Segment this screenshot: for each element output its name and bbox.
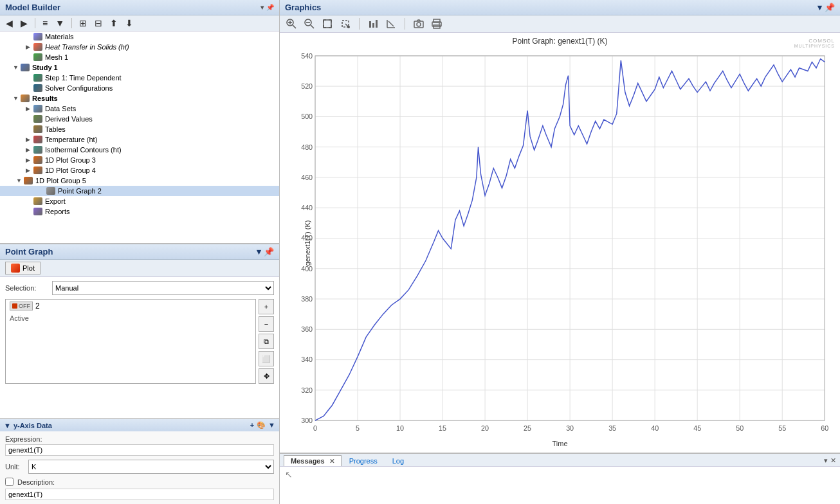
tree-item-pg5[interactable]: ▼1D Plot Group 5 <box>0 176 279 186</box>
active-label: Active <box>10 314 29 322</box>
graphics-collapse-icon[interactable]: ▾ <box>817 3 822 12</box>
yaxis-add-icon[interactable]: + <box>250 421 254 429</box>
svg-rect-20 <box>372 23 374 28</box>
unit-row: Unit: K °C °F <box>5 460 274 474</box>
pin-icon[interactable]: 📌 <box>266 4 274 11</box>
graphics-toolbar <box>280 15 840 33</box>
add-button[interactable]: ⊞ <box>77 17 89 29</box>
chart-title: Point Graph: genext1(T) (K) <box>280 33 840 47</box>
svg-text:10: 10 <box>396 424 404 432</box>
toolbar-separator-3 <box>359 18 360 30</box>
tree-label-export: Export <box>45 197 66 205</box>
tree-item-study1[interactable]: ▼Study 1 <box>0 62 279 73</box>
tree-item-tables[interactable]: Tables <box>0 124 279 134</box>
zoom-in-button[interactable] <box>285 17 298 30</box>
tree-label-datasets: Data Sets <box>45 105 76 113</box>
tab-progress[interactable]: Progress <box>342 455 385 466</box>
plot-button[interactable]: Plot <box>5 262 41 274</box>
tree-arrow: ▼ <box>13 95 21 102</box>
zoom-fit-button[interactable] <box>321 17 334 30</box>
tab-messages-close[interactable]: ✕ <box>329 458 334 465</box>
bottom-minimize-icon[interactable]: ▾ <box>824 456 828 465</box>
tree-item-pg2[interactable]: Point Graph 2 <box>0 186 279 196</box>
tree-icon-data <box>33 105 42 113</box>
point-graph-toolbar: Plot <box>0 260 279 277</box>
bar-chart-button[interactable] <box>367 17 379 30</box>
back-button[interactable]: ◀ <box>4 17 15 29</box>
svg-text:480: 480 <box>301 143 313 151</box>
tree-item-pg3[interactable]: ▶1D Plot Group 3 <box>0 155 279 165</box>
tab-log[interactable]: Log <box>385 455 411 466</box>
svg-text:35: 35 <box>608 424 616 432</box>
move-up-button[interactable]: ⬆ <box>108 17 120 29</box>
camera-button[interactable] <box>412 17 425 30</box>
svg-text:15: 15 <box>439 424 446 432</box>
add-selection-button[interactable]: + <box>259 299 274 314</box>
tree-item-solver[interactable]: Solver Configurations <box>0 83 279 93</box>
zoom-box-button[interactable] <box>339 17 352 30</box>
bottom-close-icon[interactable]: ✕ <box>830 456 836 465</box>
paste-selection-button[interactable]: ⬜ <box>259 351 274 366</box>
description-checkbox[interactable] <box>5 478 14 486</box>
selection-tools: + − ⧉ ⬜ ✥ <box>259 299 274 384</box>
tree-item-export[interactable]: Export <box>0 196 279 206</box>
graphics-header: Graphics ▾ 📌 <box>280 0 840 15</box>
tree-item-derived[interactable]: Derived Values <box>0 114 279 124</box>
toolbar-separator-1 <box>35 18 35 28</box>
svg-text:440: 440 <box>301 204 313 212</box>
tree-item-ht[interactable]: ▶Heat Transfer in Solids (ht) <box>0 42 279 52</box>
tree-item-mesh1[interactable]: Mesh 1 <box>0 52 279 62</box>
tree-item-temp[interactable]: ▶Temperature (ht) <box>0 134 279 145</box>
tree-icon-mesh <box>33 53 42 61</box>
forward-button[interactable]: ▶ <box>19 17 30 29</box>
graphics-area: Point Graph: genext1(T) (K) COMSOL MULTI… <box>280 33 840 453</box>
tree-icon-point <box>46 187 55 195</box>
svg-text:30: 30 <box>566 424 574 432</box>
list-button[interactable]: ≡ <box>41 17 50 29</box>
tree-arrow: ▶ <box>26 157 33 163</box>
svg-line-1 <box>293 25 296 28</box>
tree-item-pg4[interactable]: ▶1D Plot Group 4 <box>0 165 279 176</box>
collapse-icon[interactable]: ▾ <box>260 4 264 11</box>
tree-label-isothermal: Isothermal Contours (ht) <box>45 146 122 154</box>
dropdown-button[interactable]: ▼ <box>53 17 66 29</box>
remove-button[interactable]: ⊟ <box>93 17 104 29</box>
pg-pin-icon[interactable]: 📌 <box>264 247 274 256</box>
yaxis-more-icon[interactable]: ▼ <box>268 421 275 429</box>
yaxis-title: y-Axis Data <box>14 422 52 429</box>
graphics-pin-icon[interactable]: 📌 <box>825 3 835 12</box>
tree-item-results[interactable]: ▼Results <box>0 93 279 104</box>
logo-line1: COMSOL <box>794 38 835 44</box>
print-button[interactable] <box>430 17 443 30</box>
tree-arrow: ▶ <box>26 136 33 143</box>
tree-item-reports[interactable]: Reports <box>0 206 279 217</box>
move-selection-button[interactable]: ✥ <box>259 368 274 384</box>
tree-item-datasets[interactable]: ▶Data Sets <box>0 104 279 114</box>
tree-label-study1: Study 1 <box>32 64 58 71</box>
tree-item-materials[interactable]: Materials <box>0 32 279 42</box>
tree-item-step1[interactable]: Step 1: Time Dependent <box>0 73 279 83</box>
copy-selection-button[interactable]: ⧉ <box>259 334 274 349</box>
tree-item-isothermal[interactable]: ▶Isothermal Contours (ht) <box>0 145 279 155</box>
tab-messages[interactable]: Messages ✕ <box>284 455 342 466</box>
move-down-button[interactable]: ⬇ <box>123 17 135 29</box>
description-label: Description: <box>17 478 55 486</box>
axis-button[interactable] <box>385 17 397 30</box>
tree-label-solver: Solver Configurations <box>45 84 113 92</box>
zoom-out-button[interactable] <box>303 17 316 30</box>
remove-selection-button[interactable]: − <box>259 316 274 332</box>
yaxis-color-icon[interactable]: 🎨 <box>257 421 266 429</box>
expression-value: genext1(T) <box>5 444 274 456</box>
selection-row: Selection: Manual All Points From List <box>5 281 274 295</box>
svg-text:40: 40 <box>651 424 659 432</box>
active-label-row: Active <box>6 312 255 323</box>
selection-dropdown[interactable]: Manual All Points From List <box>52 281 274 295</box>
yaxis-header[interactable]: ▼ y-Axis Data + 🎨 ▼ <box>0 419 279 431</box>
unit-dropdown[interactable]: K °C °F <box>28 460 274 474</box>
entry-value: 2 <box>35 302 40 310</box>
model-tree[interactable]: Materials▶Heat Transfer in Solids (ht)Me… <box>0 32 279 243</box>
selection-label: Selection: <box>5 284 47 292</box>
yaxis-collapse-arrow: ▼ <box>4 422 11 429</box>
right-panel: Graphics ▾ 📌 <box>280 0 840 504</box>
pg-collapse-icon[interactable]: ▾ <box>257 247 261 256</box>
